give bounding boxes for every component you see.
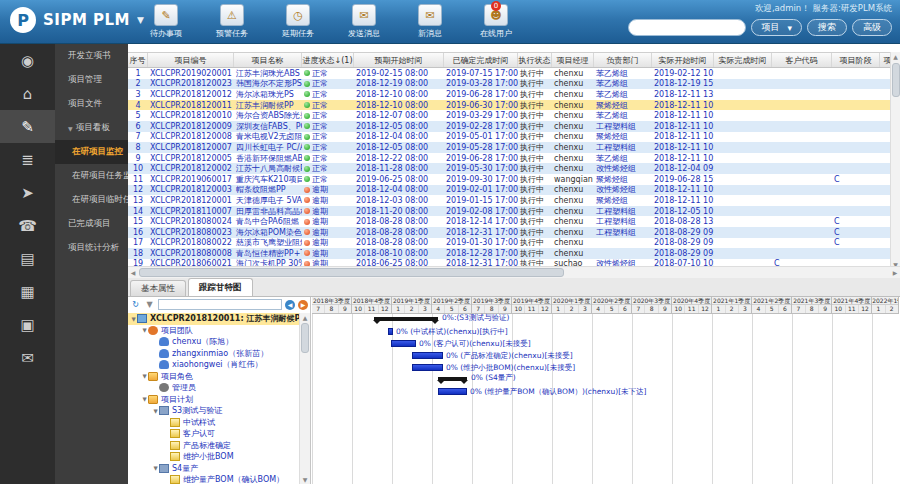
table-row[interactable]: 13XCLCPR2018120001天津德厚电子 5VA无…逾期2018-12-…	[128, 195, 890, 206]
sidebar-item[interactable]: 项目统计分析	[55, 236, 128, 260]
tree-caret-icon[interactable]: ▼	[141, 327, 148, 333]
table-row[interactable]: 7XCLCPR2018120008青米电视V2无卤阻燃PP正常2018-12-0…	[128, 132, 890, 143]
table-row[interactable]: 1XCLCPR2019020001江苏丰润珠光ABS正常2019-02-15 0…	[128, 68, 890, 79]
search-input[interactable]	[628, 19, 746, 36]
sidebar-item[interactable]: ▼项目看板	[55, 116, 128, 140]
table-row[interactable]: 4XCLCPR2018120011江苏丰润耐候PP正常2018-12-10 08…	[128, 100, 890, 111]
tree-node[interactable]: ▼项目角色	[128, 371, 300, 383]
scrollbar-thumb[interactable]	[301, 323, 309, 353]
search-scope-dropdown[interactable]: 项目 ▾	[751, 19, 802, 36]
app-logo[interactable]: P SIPM PLM ▼	[10, 7, 144, 33]
sidebar-item[interactable]: 已完成项目	[55, 212, 128, 236]
table-row[interactable]: 2XCLCPR2018120023韩国海尔不定形PS半透…正常2018-12-1…	[128, 79, 890, 90]
column-header[interactable]: 项目阶段	[832, 53, 880, 67]
tree-node[interactable]: ▼项目计划	[128, 394, 300, 406]
table-row[interactable]: 18XCLCPR2018080008青岛恒佳精密PP+T20…逾期2018-08…	[128, 248, 890, 259]
table-row[interactable]: 14XCLCPR2018110007田厚雷非晶料高晶相组…逾期2018-11-2…	[128, 206, 890, 217]
rail-calendar-icon[interactable]: ▦	[0, 275, 55, 308]
scroll-down-arrow[interactable]: ▼	[300, 475, 310, 484]
rail-card-icon[interactable]: ▣	[0, 308, 55, 341]
gantt-task-bar[interactable]: 0% (中试样试)(chenxu)[执行中]	[388, 328, 393, 335]
table-row[interactable]: 10XCLCPR2018120002江苏十八局高耐候PP正常2018-11-28…	[128, 163, 890, 174]
sidebar-item[interactable]: 开发立项书	[55, 44, 128, 68]
tree-node[interactable]: 客户认可	[128, 428, 300, 440]
tab-tracking-gantt[interactable]: 跟踪甘特图	[188, 278, 253, 296]
table-row[interactable]: 16XCLCPR2018080023海尔冰箱POM染色逾期2018-08-28 …	[128, 227, 890, 238]
tree-node[interactable]: ▼XCLCPR2018120011: 江苏丰润耐候PP	[128, 313, 300, 325]
tree-node[interactable]: 产品标准确定	[128, 440, 300, 452]
tree-caret-icon[interactable]: ▼	[152, 465, 159, 471]
table-row[interactable]: 12XCLCPR2018120003帽条纹阻燃PP逾期2018-12-04 08…	[128, 185, 890, 196]
advanced-search-button[interactable]: 高级	[852, 19, 892, 36]
tree-node[interactable]: 维护小批BOM	[128, 451, 300, 463]
rail-edit-icon[interactable]: ✎	[0, 110, 55, 143]
rail-service-icon[interactable]: ☎	[0, 209, 55, 242]
scrollbar-thumb[interactable]	[139, 268, 564, 277]
tree-node[interactable]: ▼S3测试与验证	[128, 405, 300, 417]
rail-library-icon[interactable]: ▤	[0, 242, 55, 275]
sidebar-item[interactable]: 项目管理	[55, 68, 128, 92]
tree-node[interactable]: xiaohongwei（肖红伟）	[128, 359, 300, 371]
sidebar-item[interactable]: 在研项目监控	[55, 140, 128, 164]
table-row[interactable]: 6XCLCPR2018120009深圳友信FABS、PC/A…正常2018-12…	[128, 121, 890, 132]
table-row[interactable]: 9XCLCPR2018120005香港新环保阻燃ABS正常2018-12-22 …	[128, 153, 890, 164]
tree-node[interactable]: zhangxinmiao（张新苗）	[128, 348, 300, 360]
column-header[interactable]: 已确定完成时间	[444, 53, 518, 67]
refresh-icon[interactable]: ↻	[130, 299, 141, 310]
rail-send-icon[interactable]: ➤	[0, 176, 55, 209]
table-row[interactable]: 15XCLCPR2018080024青岛中合PA6阻燃逾期2018-08-28 …	[128, 216, 890, 227]
gantt-task-bar[interactable]: 0% (客户认可)(chenxu)[未接受]	[391, 340, 416, 347]
column-header[interactable]: 客户代码	[772, 53, 832, 67]
tab-basic-properties[interactable]: 基本属性	[130, 280, 186, 296]
tree-node[interactable]: 管理员	[128, 382, 300, 394]
tree-node[interactable]: ▼项目团队	[128, 325, 300, 337]
rail-chat-icon[interactable]: ✉	[0, 341, 55, 374]
tree-node[interactable]: ▼S4量产	[128, 463, 300, 475]
column-header[interactable]: 进度状态↓(1)	[302, 53, 354, 67]
table-row[interactable]: 11XCLCPR2019060017重庆汽车K210项目正常2019-06-25…	[128, 174, 890, 185]
topbar-tool-new-message-icon[interactable]: ✉新消息	[404, 4, 456, 39]
tree-node[interactable]: 中试样试	[128, 417, 300, 429]
gantt-task-bar[interactable]: 0% (维护小批BOM)(chenxu)[未接受]	[412, 364, 443, 371]
rail-announcement-icon[interactable]: ◉	[0, 44, 55, 77]
gantt-summary-bar[interactable]: 0%:(S3测试与验证)	[374, 317, 438, 321]
sidebar-item[interactable]: 在研项目临时任务监控	[55, 188, 128, 212]
filter-icon[interactable]: ▼	[144, 299, 155, 310]
sidebar-item[interactable]: 在研项目任务监控	[55, 164, 128, 188]
rail-data-icon[interactable]: ≣	[0, 143, 55, 176]
scroll-up-arrow[interactable]: ▲	[300, 313, 310, 322]
topbar-tool-todo-icon[interactable]: ✎待办事项	[140, 4, 192, 39]
tree-node[interactable]: 维护量产BOM（确认BOM）	[128, 474, 300, 484]
column-header[interactable]: 执行状态	[518, 53, 552, 67]
tree-caret-icon[interactable]: ▼	[130, 316, 137, 322]
column-header[interactable]: 实际完成时间	[714, 53, 772, 67]
column-header[interactable]: 序号	[128, 53, 148, 67]
column-header[interactable]: 项目名称	[234, 53, 302, 67]
tree-node[interactable]: chenxu（陈旭）	[128, 336, 300, 348]
gantt-summary-bar[interactable]: 0% (S4量产)	[438, 377, 467, 381]
scrollbar-thumb[interactable]	[892, 63, 900, 97]
column-header[interactable]: 预期开始时间	[354, 53, 444, 67]
gantt-task-bar[interactable]: 0% (维护量产BOM（确认BOM）)(chenxu)[未下达]	[438, 388, 467, 395]
scroll-up-arrow[interactable]: ▲	[891, 52, 900, 62]
topbar-tool-delayed-task-icon[interactable]: ◷延期任务	[272, 4, 324, 39]
tree-caret-icon[interactable]: ▼	[141, 396, 148, 402]
column-header[interactable]: 项目经理	[552, 53, 594, 67]
search-button[interactable]: 搜索	[807, 19, 847, 36]
topbar-tool-send-message-icon[interactable]: ✉发送消息	[338, 4, 390, 39]
rail-home-icon[interactable]: ⌂	[0, 77, 55, 110]
tree-caret-icon[interactable]: ▼	[152, 408, 159, 414]
table-row[interactable]: 17XCLCPR2018080022慈溪市飞鹰塑业阻燃A…逾期2018-08-2…	[128, 238, 890, 249]
tree-caret-icon[interactable]: ▼	[141, 373, 148, 379]
topbar-tool-warning-task-icon[interactable]: ⚠预警任务	[206, 4, 258, 39]
next-arrow-button[interactable]: ▶	[298, 300, 308, 310]
column-header[interactable]: 项目编号	[148, 53, 234, 67]
column-header[interactable]: 实际开始时间	[652, 53, 714, 67]
sidebar-item[interactable]: 项目文件	[55, 92, 128, 116]
table-row[interactable]: 8XCLCPR2018120007四川长虹电子 PC/ABS正常2018-12-…	[128, 142, 890, 153]
column-header[interactable]: 负责部门	[594, 53, 652, 67]
gantt-task-bar[interactable]: 0% (产品标准确定)(chenxu)[未接受]	[412, 352, 443, 359]
tree-filter-input[interactable]	[158, 299, 282, 310]
table-row[interactable]: 3XCLCPR2018120012海尔冰箱珠光PS正常2018-12-10 08…	[128, 89, 890, 100]
topbar-tool-online-users-icon[interactable]: ☻0在线用户	[470, 4, 522, 39]
